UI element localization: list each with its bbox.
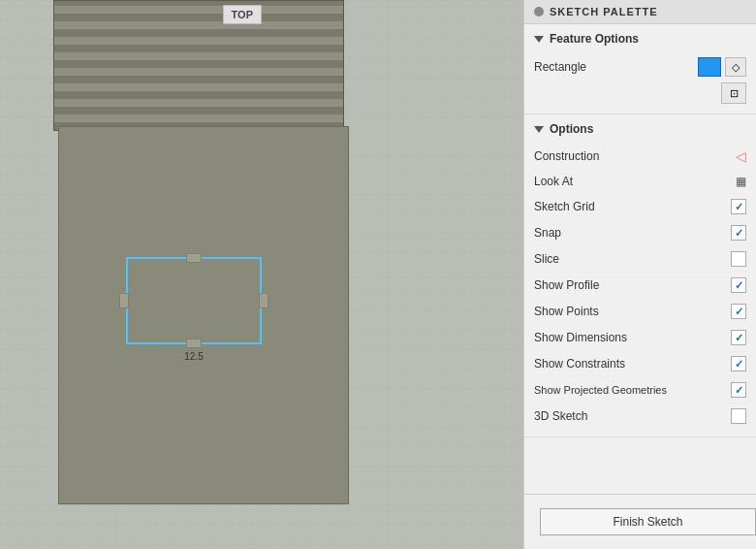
sketch-point-left[interactable] (119, 293, 129, 308)
checkbox-snap[interactable] (731, 225, 746, 241)
rectangle-row: Rectangle ◇ (534, 53, 746, 81)
panel-body: Feature Options Rectangle ◇ ⊡ Options (524, 24, 756, 494)
finish-sketch-button[interactable]: Finish Sketch (540, 508, 756, 535)
checkbox-show-projected[interactable] (731, 382, 746, 398)
checkbox-3d-sketch[interactable] (731, 408, 746, 424)
panel-header: SKETCH PALETTE (524, 0, 756, 24)
sketch-point-right[interactable] (259, 293, 268, 308)
option-row-show-profile: Show Profile (534, 273, 746, 299)
option-row-construction: Construction ◁ (534, 144, 746, 170)
option-row-look-at: Look At ▦ (534, 170, 746, 194)
rectangle-icons: ◇ (698, 57, 746, 77)
option-label-show-profile: Show Profile (534, 278, 599, 292)
checkbox-show-constraints[interactable] (731, 356, 746, 371)
diamond-icon-btn[interactable]: ◇ (725, 57, 746, 77)
option-label-3d-sketch: 3D Sketch (534, 409, 587, 423)
checkbox-show-dimensions[interactable] (731, 330, 746, 345)
sketch-palette-panel: SKETCH PALETTE Feature Options Rectangle… (523, 0, 756, 549)
rect-icon-row: ⊡ (534, 81, 746, 106)
look-at-icon[interactable]: ▦ (736, 175, 746, 188)
option-label-snap: Snap (534, 226, 561, 240)
rect-type-icon-btn[interactable]: ⊡ (721, 82, 746, 104)
feature-options-header[interactable]: Feature Options (534, 32, 746, 46)
option-row-slice: Slice (534, 246, 746, 273)
checkbox-sketch-grid[interactable] (731, 199, 746, 214)
option-row-3d-sketch: 3D Sketch (534, 404, 746, 429)
option-label-slice: Slice (534, 252, 559, 266)
feature-options-triangle (534, 36, 544, 43)
feature-options-title: Feature Options (550, 32, 639, 46)
option-row-snap: Snap (534, 220, 746, 246)
checkbox-show-points[interactable] (731, 304, 746, 319)
view-label: TOP (223, 5, 262, 24)
option-label-show-points: Show Points (534, 305, 599, 318)
option-label-show-dimensions: Show Dimensions (534, 331, 627, 344)
sketch-point-bottom[interactable] (186, 339, 202, 348)
feature-options-section: Feature Options Rectangle ◇ ⊡ (524, 24, 756, 114)
options-header[interactable]: Options (534, 122, 746, 136)
option-row-show-constraints: Show Constraints (534, 351, 746, 377)
finish-sketch-area: Finish Sketch (524, 494, 756, 549)
sketch-point-top[interactable] (186, 253, 202, 263)
option-label-show-projected: Show Projected Geometries (534, 384, 667, 396)
options-section: Options Construction ◁ Look At ▦ Sketch … (524, 114, 756, 437)
option-row-show-points: Show Points (534, 299, 746, 325)
checkbox-slice[interactable] (731, 251, 746, 267)
option-row-show-projected: Show Projected Geometries (534, 377, 746, 404)
rectangle-label: Rectangle (534, 60, 586, 74)
option-label-look-at: Look At (534, 175, 573, 188)
object-top-stripes (53, 0, 344, 131)
checkbox-show-profile[interactable] (731, 277, 746, 293)
option-label-sketch-grid: Sketch Grid (534, 200, 595, 213)
option-label-show-constraints: Show Constraints (534, 357, 625, 371)
panel-title: SKETCH PALETTE (550, 6, 658, 17)
sketch-rectangle[interactable]: 12.5 (126, 257, 262, 344)
option-label-construction: Construction (534, 149, 599, 163)
dimension-label: 12.5 (184, 351, 203, 362)
canvas-area: Y X TOP 12.5 (0, 0, 523, 549)
option-row-show-dimensions: Show Dimensions (534, 325, 746, 351)
color-swatch[interactable] (698, 57, 721, 77)
options-triangle (534, 126, 544, 133)
construction-icon[interactable]: ◁ (736, 148, 746, 164)
options-title: Options (550, 122, 593, 136)
panel-header-dot (534, 7, 544, 16)
option-row-sketch-grid: Sketch Grid (534, 194, 746, 220)
